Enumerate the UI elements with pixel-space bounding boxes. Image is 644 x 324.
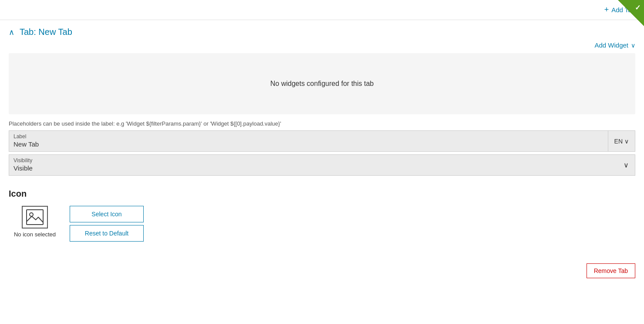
label-field-label: Label (13, 133, 604, 140)
corner-check: ✓ (618, 0, 644, 26)
visibility-field-value: Visible (13, 164, 613, 172)
icon-preview-area: No icon selected (9, 206, 61, 238)
visibility-dropdown[interactable]: ∨ (617, 155, 635, 175)
add-widget-row: Add Widget ∨ (0, 41, 644, 53)
label-field-container[interactable]: Label New Tab EN ∨ (9, 130, 635, 152)
add-widget-button[interactable]: Add Widget ∨ (594, 41, 635, 49)
reset-to-default-button[interactable]: Reset to Default (70, 225, 144, 242)
image-placeholder-icon (26, 209, 44, 225)
remove-tab-area: Remove Tab (0, 255, 644, 287)
icon-section: Icon No icon selected Select Icon Reset … (0, 184, 644, 250)
chevron-down-icon: ∨ (631, 42, 635, 49)
visibility-field-label: Visibility (13, 157, 613, 164)
collapse-button[interactable]: ∧ (9, 27, 14, 37)
language-value: EN (614, 138, 623, 145)
plus-icon: + (604, 5, 609, 14)
visibility-field-inner: Visibility Visible (9, 155, 617, 175)
add-widget-label: Add Widget (594, 41, 628, 49)
visibility-field-container[interactable]: Visibility Visible ∨ (9, 154, 635, 176)
select-icon-button[interactable]: Select Icon (70, 206, 144, 222)
collapse-icon: ∧ (9, 27, 14, 37)
lang-chevron-icon: ∨ (624, 138, 629, 145)
icon-picker-row: No icon selected Select Icon Reset to De… (9, 206, 635, 242)
tab-header: ∧ Tab: New Tab (0, 20, 644, 41)
label-field-value: New Tab (13, 140, 604, 148)
empty-message: No widgets configured for this tab (270, 80, 374, 88)
svg-point-1 (30, 213, 33, 216)
svg-rect-0 (27, 210, 43, 225)
widgets-empty-area: No widgets configured for this tab (9, 53, 635, 114)
no-icon-label: No icon selected (14, 231, 56, 238)
placeholder-hint: Placeholders can be used inside the labe… (0, 114, 644, 130)
label-field-inner: Label New Tab (9, 131, 608, 151)
visibility-chevron-icon: ∨ (624, 161, 629, 169)
language-selector[interactable]: EN ∨ (608, 131, 635, 151)
check-icon: ✓ (635, 3, 641, 12)
tab-title: Tab: New Tab (20, 27, 72, 37)
icon-section-title: Icon (9, 189, 635, 199)
icon-buttons: Select Icon Reset to Default (70, 206, 144, 242)
remove-tab-button[interactable]: Remove Tab (587, 263, 635, 278)
top-bar: + Add Tab (0, 0, 644, 20)
icon-preview-box (22, 206, 48, 229)
